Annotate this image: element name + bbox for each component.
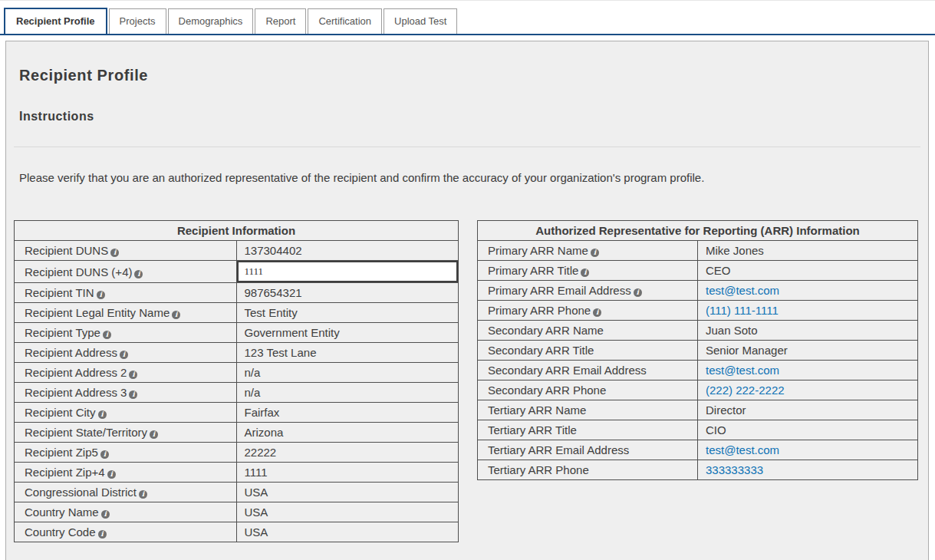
row-label: Primary ARR Phonei xyxy=(478,301,698,321)
row-label-text: Secondary ARR Email Address xyxy=(488,364,647,377)
info-icon[interactable]: i xyxy=(129,390,137,399)
row-label: Recipient State/Territoryi xyxy=(15,423,237,443)
table-row: Congressional DistrictiUSA xyxy=(15,483,459,502)
tables-container: Recipient InformationRecipient DUNSi1373… xyxy=(14,220,920,542)
table-row: Tertiary ARR Phone333333333 xyxy=(478,460,918,480)
table-title: Recipient Information xyxy=(15,221,459,241)
table-row: Recipient TINi987654321 xyxy=(15,283,459,303)
row-value: Test Entity xyxy=(236,303,459,323)
info-icon[interactable]: i xyxy=(110,249,119,257)
row-label: Tertiary ARR Title xyxy=(478,420,698,440)
tab-projects[interactable]: Projects xyxy=(109,8,166,34)
table-row: Recipient Zip+4i1111 xyxy=(15,463,459,483)
row-label-text: Country Name xyxy=(25,506,99,519)
tab-demographics[interactable]: Demographics xyxy=(168,8,254,34)
info-icon[interactable]: i xyxy=(150,430,158,439)
table-row: Recipient Legal Entity NameiTest Entity xyxy=(15,303,459,323)
tab-recipient-profile[interactable]: Recipient Profile xyxy=(4,8,107,34)
arr-information-table: Authorized Representative for Reporting … xyxy=(477,220,918,480)
recipient-duns-plus4-input[interactable] xyxy=(237,261,459,282)
table-row: Primary ARR Email Addressitest@test.com xyxy=(478,281,918,301)
row-label-text: Country Code xyxy=(25,525,96,539)
table-title: Authorized Representative for Reporting … xyxy=(478,221,918,241)
info-icon[interactable]: i xyxy=(97,291,105,299)
table-row: Primary ARR TitleiCEO xyxy=(478,261,918,281)
row-label: Secondary ARR Phone xyxy=(478,380,698,400)
tab-certification[interactable]: Certification xyxy=(308,8,382,34)
row-label: Primary ARR Namei xyxy=(478,241,698,261)
info-icon[interactable]: i xyxy=(581,268,589,277)
row-label-text: Recipient Legal Entity Name xyxy=(25,306,170,319)
info-icon[interactable]: i xyxy=(98,410,107,419)
info-icon[interactable]: i xyxy=(107,470,116,479)
row-label-text: Primary ARR Title xyxy=(488,264,578,277)
section-divider xyxy=(14,147,920,147)
row-label-text: Recipient Zip5 xyxy=(25,446,98,459)
row-value: Government Entity xyxy=(236,323,459,343)
row-label-text: Primary ARR Email Address xyxy=(488,284,631,297)
row-label-text: Recipient Address 3 xyxy=(25,386,127,399)
row-label: Recipient DUNSi xyxy=(15,241,237,261)
value-link[interactable]: (222) 222-2222 xyxy=(706,384,785,397)
info-icon[interactable]: i xyxy=(98,530,107,539)
row-label: Country Codei xyxy=(15,522,237,542)
table-row: Country NameiUSA xyxy=(15,502,459,522)
row-label: Recipient Zip5i xyxy=(15,443,237,463)
value-link[interactable]: test@test.com xyxy=(706,364,779,377)
row-value: Arizona xyxy=(236,423,459,443)
info-icon[interactable]: i xyxy=(134,270,143,278)
row-value: Mike Jones xyxy=(698,241,918,261)
table-row: Recipient Address 3in/a xyxy=(15,383,459,403)
row-label: Primary ARR Titlei xyxy=(478,261,698,281)
row-value: CIO xyxy=(698,420,918,440)
instructions-heading: Instructions xyxy=(19,110,920,124)
table-row: Primary ARR Phonei(111) 111-1111 xyxy=(478,301,918,321)
row-value: test@test.com xyxy=(698,361,918,380)
row-label-text: Recipient State/Territory xyxy=(25,426,147,439)
tab-bar: Recipient ProfileProjectsDemographicsRep… xyxy=(0,1,935,35)
info-icon[interactable]: i xyxy=(101,510,110,519)
row-value: CEO xyxy=(698,261,918,281)
info-icon[interactable]: i xyxy=(129,371,137,379)
row-value: USA xyxy=(236,522,459,542)
info-icon[interactable]: i xyxy=(634,288,642,297)
info-icon[interactable]: i xyxy=(139,490,147,499)
info-icon[interactable]: i xyxy=(172,311,180,319)
table-row: Primary ARR NameiMike Jones xyxy=(478,241,918,261)
info-icon[interactable]: i xyxy=(593,308,601,317)
row-label: Recipient Address 2i xyxy=(15,363,237,383)
row-value: 123 Test Lane xyxy=(236,343,459,363)
row-value: test@test.com xyxy=(698,281,918,301)
value-link[interactable]: (111) 111-1111 xyxy=(706,304,779,317)
row-label-text: Recipient City xyxy=(25,406,96,419)
row-value: n/a xyxy=(236,363,459,383)
instructions-text: Please verify that you are an authorized… xyxy=(19,171,920,184)
row-label: Congressional Districti xyxy=(15,483,237,502)
recipient-information-table: Recipient InformationRecipient DUNSi1373… xyxy=(14,220,459,542)
table-row: Recipient CityiFairfax xyxy=(15,403,459,423)
table-row: Recipient DUNS (+4)i xyxy=(15,261,459,283)
table-row: Recipient Address 2in/a xyxy=(15,363,459,383)
info-icon[interactable]: i xyxy=(103,331,111,339)
row-label-text: Primary ARR Phone xyxy=(488,304,591,317)
row-label: Recipient Address 3i xyxy=(15,383,237,403)
table-row: Recipient Zip5i22222 xyxy=(15,443,459,463)
table-row: Tertiary ARR Email Addresstest@test.com xyxy=(478,440,918,460)
table-row: Tertiary ARR TitleCIO xyxy=(478,420,918,440)
value-link[interactable]: test@test.com xyxy=(706,443,779,456)
info-icon[interactable]: i xyxy=(120,351,128,359)
info-icon[interactable]: i xyxy=(100,450,109,459)
row-label: Secondary ARR Name xyxy=(478,321,698,341)
info-icon[interactable]: i xyxy=(591,249,599,257)
value-link[interactable]: 333333333 xyxy=(706,463,763,476)
row-label: Recipient Legal Entity Namei xyxy=(15,303,237,323)
table-row: Secondary ARR Phone(222) 222-2222 xyxy=(478,380,918,400)
value-link[interactable]: test@test.com xyxy=(706,284,779,297)
tab-report[interactable]: Report xyxy=(255,8,306,34)
content-panel: Recipient Profile Instructions Please ve… xyxy=(5,41,929,560)
row-value: Fairfax xyxy=(236,403,459,423)
table-row: Tertiary ARR NameDirector xyxy=(478,400,918,420)
table-row: Recipient TypeiGovernment Entity xyxy=(15,323,459,343)
row-label: Secondary ARR Title xyxy=(478,341,698,361)
tab-upload-test[interactable]: Upload Test xyxy=(384,8,457,34)
